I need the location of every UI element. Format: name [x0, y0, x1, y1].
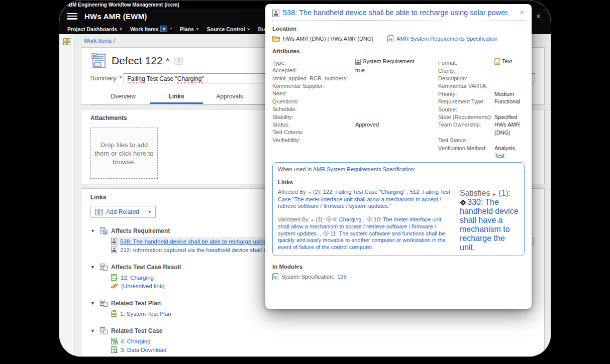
test-case-group-icon — [100, 327, 108, 334]
system-requirement-icon — [355, 59, 361, 65]
tab-overview[interactable]: Overview — [96, 90, 150, 104]
location-spec-link[interactable]: AMR System Requirements Specification — [396, 36, 497, 42]
requirement-icon — [272, 10, 279, 17]
suspect-link-icon: ? — [323, 230, 329, 236]
required-marker: * — [120, 75, 122, 82]
module-name: System Specification: — [281, 274, 334, 280]
help-icon[interactable]: ? — [174, 57, 183, 65]
project-title: HWs AMR (EWM) — [84, 12, 147, 21]
link-item[interactable]: 4: Charging — [111, 337, 535, 345]
hamburger-menu-icon[interactable] — [67, 13, 77, 20]
in-modules-heading: In Modules — [272, 264, 525, 270]
when-used-in-label: When used in — [278, 166, 312, 172]
test-case-search-icon — [111, 346, 118, 353]
module-count-link[interactable]: 195 — [337, 274, 346, 280]
collapse-twisty-icon[interactable]: ▼ — [90, 328, 96, 333]
chevron-down-icon: ∨ — [247, 27, 250, 31]
group-label: Affects Test Case Result — [111, 264, 181, 271]
module-row: System Specification: 195 — [272, 273, 525, 280]
suspect-link-icon: ? — [366, 216, 373, 222]
group-label: Related Test Case — [111, 327, 163, 334]
add-related-button[interactable]: Add Related ▼ — [90, 206, 156, 218]
document-icon — [272, 273, 278, 280]
attributes-heading: Attributes — [272, 48, 525, 54]
suspect-link-filled-icon: ? — [460, 200, 466, 206]
chevron-down-icon[interactable]: ∨ — [160, 26, 167, 32]
satisfies-link-1[interactable]: 330: The handheld device shall have a me… — [460, 198, 519, 252]
modified-indicator: * — [166, 56, 169, 66]
menu-source-control[interactable]: Source Control ∨ — [207, 26, 250, 32]
menu-plans[interactable]: Plans ∨ — [180, 26, 199, 32]
requirement-icon — [111, 247, 117, 253]
text-format-icon — [494, 58, 500, 65]
summary-label: Summary: — [90, 75, 118, 82]
link-item[interactable]: 1: System Test Plan — [111, 309, 535, 318]
when-used-spec-link[interactable]: AMR System Requirements Specification: — [313, 166, 416, 172]
tab-links[interactable]: Links — [150, 90, 203, 104]
incoming-link-arrow-icon: ◄ — [310, 218, 314, 222]
satisfies-links: Satisfies ► (1): ?330: The handheld devi… — [460, 189, 519, 252]
link-group-related-test-case: ▼ Related Test Case — [90, 327, 535, 354]
tab-approvals[interactable]: Approvals — [203, 90, 256, 104]
when-used-in-box: When used in AMR System Requirements Spe… — [272, 162, 525, 256]
requirement-icon — [111, 238, 117, 245]
link-item[interactable]: 3: Data Download — [111, 345, 535, 354]
add-related-dropdown-caret-icon[interactable]: ▼ — [144, 206, 155, 217]
window-close-icon[interactable]: ✕ — [536, 13, 541, 20]
apps-grid-icon[interactable] — [63, 38, 70, 45]
collapse-twisty-icon[interactable]: ▼ — [90, 228, 96, 233]
workitem-title: Defect 122 — [112, 55, 163, 66]
window-title: IBM Engineering Workflow Management (/cc… — [67, 2, 179, 8]
folder-icon — [272, 36, 280, 42]
attributes-grid: Type: System Requirement Accepted:true c… — [272, 58, 525, 160]
test-plan-icon — [111, 310, 117, 317]
validated-by-links: Validated By ◄ (3): ?4: Charging , ?10: … — [278, 216, 453, 251]
test-plan-group-icon — [100, 300, 108, 307]
suspect-link-icon: ? — [326, 216, 332, 222]
outgoing-link-arrow-icon: ► — [492, 192, 496, 197]
document-icon — [387, 35, 393, 42]
affected-by-link-1[interactable]: 122: Failing Test Case "Charging" — [323, 189, 405, 195]
divider — [272, 20, 525, 21]
close-icon[interactable]: ✕ — [520, 9, 525, 16]
test-case-result-group-icon — [100, 264, 108, 271]
popup-title-link[interactable]: 538: The handheld device shall be able t… — [283, 8, 516, 18]
validated-by-link-1[interactable]: 4: Charging — [333, 216, 362, 222]
chevron-down-icon: ∨ — [119, 27, 122, 31]
incoming-link-arrow-icon: ◄ — [308, 190, 312, 195]
location-heading: Location — [272, 26, 525, 32]
group-label: Related Test Plan — [111, 300, 161, 307]
chevron-down-icon: ∨ — [196, 27, 199, 31]
add-related-icon — [95, 209, 103, 215]
broken-link-icon — [111, 283, 118, 289]
location-path: HWs AMR (DNG) | HWs AMR (DNG) — [283, 36, 373, 42]
collapse-twisty-icon[interactable]: ▼ — [90, 265, 96, 270]
menu-project-dashboards[interactable]: Project Dashboards ∨ — [67, 26, 122, 32]
group-label: Affects Requirement — [111, 227, 170, 234]
defect-icon — [90, 53, 107, 69]
requirement-hover-popup: 538: The handheld device shall be able t… — [265, 4, 532, 309]
side-rail — [59, 35, 74, 356]
popup-links-heading: Links — [278, 179, 519, 185]
test-case-result-icon — [111, 274, 118, 281]
attachments-dropzone[interactable]: Drop files to add them or click here to … — [90, 128, 158, 179]
affects-requirement-group-icon — [100, 227, 108, 234]
unsaved-indicator: * — [170, 27, 172, 32]
menu-work-items[interactable]: Work Items ∨ * — [130, 26, 172, 32]
collapse-twisty-icon[interactable]: ▼ — [90, 301, 96, 306]
affected-by-links: Affected By ◄ (2): 122: Failing Test Cas… — [278, 189, 453, 210]
test-case-icon — [111, 338, 118, 344]
